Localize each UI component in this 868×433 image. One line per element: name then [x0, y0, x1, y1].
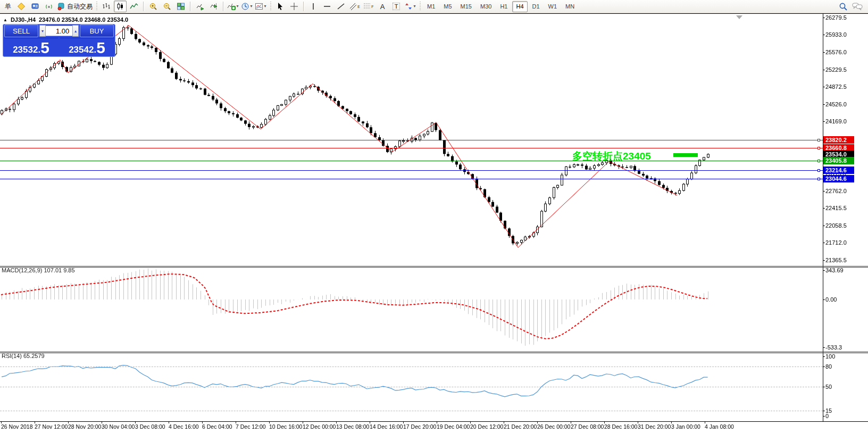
level-handle[interactable]	[817, 147, 820, 149]
price-axis-tick	[823, 260, 825, 261]
level-handle[interactable]	[817, 169, 820, 172]
time-axis-label: 20 Dec 12:00	[470, 423, 503, 430]
time-axis-label: 6 Dec 04:00	[202, 423, 232, 430]
one-click-trading-panel: SELL ▼ ▲ BUY 23532.5 23542.5	[3, 24, 115, 57]
level-line[interactable]	[0, 179, 823, 179]
price-axis-tick	[823, 104, 825, 105]
time-axis-tick	[370, 421, 370, 423]
time-axis-label: 19 Dec 04:00	[437, 423, 470, 430]
time-axis-label: 26 Nov 2018	[1, 423, 33, 430]
symbol-title: ▲ DJ30-,H4 23476.0 23534.0 23468.0 23534…	[3, 16, 128, 23]
price-axis-tick	[823, 208, 825, 209]
buy-price-int: 23542	[69, 45, 94, 54]
rsi-axis-tick	[823, 411, 825, 411]
buy-button[interactable]: BUY	[80, 24, 114, 37]
level-line[interactable]	[0, 140, 823, 140]
rsi-axis-label: 100	[825, 353, 835, 360]
time-axis-label: 27 Dec 08:00	[571, 423, 604, 430]
time-axis-tick	[269, 421, 270, 423]
buy-price-pip: 5	[96, 41, 105, 55]
volume-decrease-button[interactable]: ▼	[39, 25, 46, 37]
time-axis-tick	[1, 421, 2, 423]
price-axis-label: 24169.0	[825, 118, 847, 124]
price-axis-label: 25229.5	[825, 66, 847, 73]
price-axis-tick	[823, 18, 825, 18]
price-tag: 23214.6	[823, 166, 854, 174]
rsi-axis-tick	[823, 387, 825, 387]
sell-price[interactable]: 23532.5	[4, 38, 58, 56]
sell-button[interactable]: SELL	[4, 24, 38, 37]
macd-axis-tick	[823, 299, 825, 300]
time-axis-label: 3 Dec 08:00	[135, 423, 165, 430]
rsi-level-line	[0, 411, 823, 411]
chart-canvas[interactable]	[0, 0, 868, 433]
time-axis-tick	[705, 421, 705, 423]
level-line[interactable]	[0, 170, 823, 171]
pane-separator[interactable]	[0, 266, 868, 267]
symbol-period-label: DJ30-,H4	[11, 16, 36, 23]
price-axis-label: 24526.0	[825, 101, 847, 107]
time-axis-label: 17 Dec 20:00	[403, 423, 436, 430]
volume-input[interactable]	[46, 26, 72, 36]
time-axis-tick	[135, 421, 136, 423]
time-axis-line	[0, 421, 868, 422]
time-axis-tick	[470, 421, 471, 423]
level-handle[interactable]	[817, 160, 820, 162]
price-axis-tick	[823, 52, 825, 53]
rsi-level-line	[0, 367, 823, 367]
time-axis-label: 12 Dec 00:00	[303, 423, 336, 430]
time-axis-label: 10 Dec 16:00	[269, 423, 302, 430]
time-axis-label: 28 Nov 20:00	[68, 423, 101, 430]
macd-axis-label: -533.3	[825, 344, 842, 351]
time-axis-label: 21 Dec 20:00	[504, 423, 537, 430]
rsi-axis-label: 50	[825, 384, 832, 390]
price-axis-label: 26279.5	[825, 14, 847, 21]
time-axis-label: 4 Jan 08:00	[705, 423, 734, 430]
rsi-axis-tick	[823, 356, 825, 357]
trendline-segment[interactable]	[673, 153, 698, 157]
time-axis-tick	[35, 421, 35, 423]
rsi-axis-label: 0	[825, 413, 829, 419]
time-axis-tick	[437, 421, 437, 423]
time-axis-tick	[102, 421, 102, 423]
price-axis-label: 25576.0	[825, 49, 847, 55]
price-axis-label: 22058.5	[825, 222, 847, 229]
time-axis-label: 4 Dec 16:00	[169, 423, 199, 430]
pane-separator[interactable]	[0, 352, 868, 352]
price-axis-label: 22762.0	[825, 188, 847, 194]
price-axis-line	[823, 13, 823, 422]
macd-axis-label: 0.00	[825, 296, 837, 303]
ohlc-values: 23476.0 23534.0 23468.0 23534.0	[39, 16, 128, 23]
mt4-window: 单 自动交易	[0, 0, 868, 433]
level-line[interactable]	[0, 161, 823, 161]
collapse-icon[interactable]: ▲	[3, 18, 7, 22]
trade-controls-row: SELL ▼ ▲ BUY	[3, 24, 115, 37]
macd-axis-label: 343.69	[825, 267, 844, 273]
price-axis-label: 25933.0	[825, 31, 847, 38]
sell-price-int: 23532	[13, 45, 38, 54]
time-axis-tick	[336, 421, 337, 423]
level-handle[interactable]	[817, 178, 820, 180]
price-tag: 23820.2	[823, 136, 854, 144]
time-axis-label: 27 Nov 12:00	[35, 423, 68, 430]
time-axis-tick	[571, 421, 571, 423]
time-axis-label: 28 Dec 16:00	[604, 423, 637, 430]
time-axis-tick	[537, 421, 538, 423]
macd-label: MACD(12,26,9) 107.01 9.85	[2, 267, 75, 273]
price-axis-label: 21365.5	[825, 257, 847, 263]
time-axis-label: 3 Jan 00:00	[671, 423, 700, 430]
time-axis-tick	[169, 421, 169, 423]
rsi-label: RSI(14) 65.2579	[2, 353, 45, 359]
price-axis-label: 21712.0	[825, 239, 847, 246]
level-handle[interactable]	[817, 139, 820, 141]
price-axis-tick	[823, 121, 825, 122]
annotation-text[interactable]: 多空转折点23405	[572, 149, 651, 163]
price-tag: 23044.6	[823, 175, 854, 182]
volume-increase-button[interactable]: ▲	[72, 25, 79, 37]
rsi-level-line	[0, 387, 823, 387]
pane-separator	[0, 267, 868, 268]
rsi-axis-label: 80	[825, 363, 832, 370]
time-axis-tick	[303, 421, 303, 423]
level-line[interactable]	[0, 148, 823, 148]
buy-price[interactable]: 23542.5	[60, 38, 114, 56]
